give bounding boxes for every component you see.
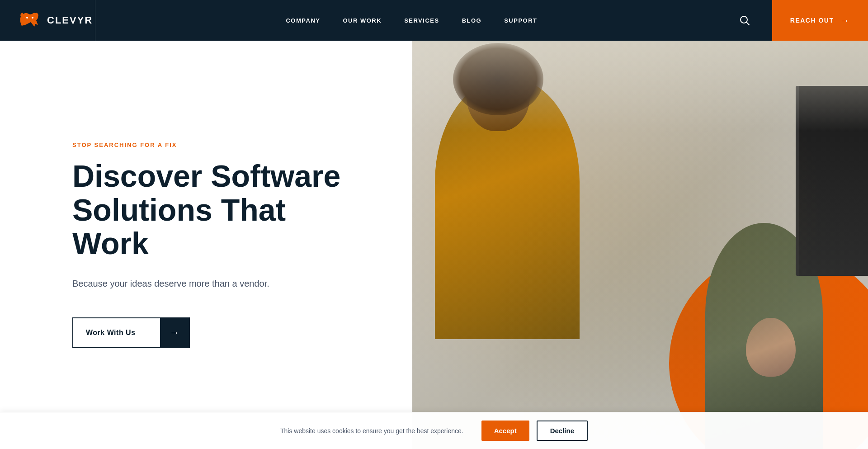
header-actions: REACH OUT → [731,0,868,41]
hero-subtext: Because your ideas deserve more than a v… [72,277,367,290]
main-content: STOP SEARCHING FOR A FIX Discover Softwa… [0,41,868,449]
hero-left-panel: STOP SEARCHING FOR A FIX Discover Softwa… [0,41,412,449]
logo-group: CLEVYR [18,11,93,29]
cta-arrow-icon: → [160,318,189,347]
nav-item-our-work[interactable]: OUR WORK [343,17,382,24]
hero-headline: Discover Software Solutions That Work [72,159,367,260]
cta-label: Work With Us [73,320,160,346]
work-with-us-button[interactable]: Work With Us → [72,317,190,348]
reach-out-button[interactable]: REACH OUT → [772,0,868,41]
clevyr-logo-icon [18,11,42,29]
svg-point-1 [32,17,33,19]
hero-image-panel [412,41,868,449]
cookie-accept-button[interactable]: Accept [481,421,529,441]
hero-eyebrow: STOP SEARCHING FOR A FIX [72,142,367,148]
reach-out-label: REACH OUT [790,17,834,24]
search-icon[interactable] [731,15,759,25]
svg-point-0 [26,17,28,19]
svg-point-2 [741,16,747,23]
logo-text: CLEVYR [47,14,93,26]
svg-line-3 [746,23,749,25]
nav-item-services[interactable]: SERVICES [404,17,439,24]
reach-out-arrow-icon: → [840,15,850,26]
main-nav: COMPANY OUR WORK SERVICES BLOG SUPPORT [286,17,537,24]
hero-image [412,41,868,449]
nav-item-blog[interactable]: BLOG [462,17,482,24]
light-overlay [412,41,868,131]
cookie-banner: This website uses cookies to ensure you … [0,412,868,449]
person-2-head [746,318,796,377]
cookie-buttons: Accept Decline [481,421,588,441]
site-header: CLEVYR COMPANY OUR WORK SERVICES BLOG SU… [0,0,868,41]
cookie-decline-button[interactable]: Decline [537,421,588,441]
hero-headline-line1: Discover Software [72,159,340,193]
header-divider [95,0,95,41]
nav-item-company[interactable]: COMPANY [286,17,320,24]
hero-headline-line2: Solutions That Work [72,193,286,261]
cookie-text: This website uses cookies to ensure you … [280,427,463,435]
nav-item-support[interactable]: SUPPORT [504,17,537,24]
